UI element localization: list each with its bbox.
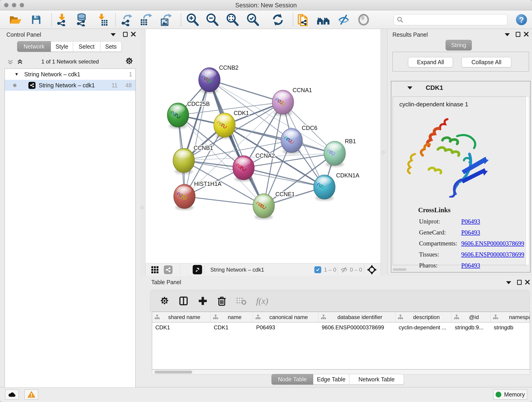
table-cell[interactable]: 9606.ENSP00000378699 xyxy=(318,322,395,333)
tree-expand-icon[interactable]: ▼ xyxy=(14,72,19,77)
column-header-database-identifier[interactable]: database identifier xyxy=(318,312,395,322)
tab-string[interactable]: String xyxy=(446,40,472,51)
grid-view-icon[interactable] xyxy=(151,266,159,274)
selected-checkbox-icon[interactable] xyxy=(314,266,321,273)
node-cdkn1a[interactable]: CDKN1A xyxy=(314,172,360,201)
zoom-in-icon[interactable] xyxy=(186,13,199,26)
search-input[interactable] xyxy=(394,14,507,25)
results-vertical-scrollbar[interactable] xyxy=(526,96,529,265)
node-hist1h1a[interactable]: HIST1H1A xyxy=(174,181,222,210)
help-icon[interactable]: ? xyxy=(515,14,527,26)
control-panel-collapse-icon[interactable] xyxy=(111,33,116,36)
table-cell[interactable]: cyclin-dependent ... xyxy=(395,322,452,333)
results-panel-collapse-icon[interactable] xyxy=(505,33,510,36)
tab-sets[interactable]: Sets xyxy=(100,41,122,52)
control-panel-float-icon[interactable] xyxy=(123,32,128,37)
open-file-icon[interactable] xyxy=(9,14,22,25)
column-header-name[interactable]: name xyxy=(210,312,253,322)
import-table-icon[interactable] xyxy=(96,13,109,26)
zoom-fit-icon[interactable] xyxy=(226,13,239,26)
edge-ccnb2-hist1h1a[interactable] xyxy=(184,80,209,196)
left-splitter-handle[interactable] xyxy=(140,206,144,209)
birds-eye-view-icon[interactable] xyxy=(193,265,202,274)
function-builder-icon[interactable]: f(x) xyxy=(256,296,268,306)
hide-panel-eye-slash-icon[interactable] xyxy=(337,13,350,26)
zoom-out-icon[interactable] xyxy=(206,13,219,26)
edge-hist1h1a-ccne1[interactable] xyxy=(184,196,264,206)
collapse-all-button[interactable]: Collapse All xyxy=(462,57,511,67)
hidden-count: 0 – 0 xyxy=(350,267,362,273)
column-header-namespace[interactable]: namespace xyxy=(491,312,530,322)
node-rb1[interactable]: RB1 xyxy=(324,138,356,167)
table-cell[interactable]: stringdb xyxy=(491,322,530,333)
show-panel-eye-icon[interactable] xyxy=(358,13,369,26)
node-cdk1[interactable]: CDK1 xyxy=(214,110,249,139)
import-network-database-icon[interactable] xyxy=(75,13,88,26)
node-cdc25b[interactable]: CDC25B xyxy=(167,101,210,129)
node-ccne1[interactable]: CCNE1 xyxy=(253,191,295,220)
table-cell[interactable]: P06493 xyxy=(253,322,318,333)
column-header-description[interactable]: description xyxy=(395,312,452,322)
share-document-icon[interactable] xyxy=(297,13,309,26)
column-header--id[interactable]: @id xyxy=(452,312,491,322)
expand-all-button[interactable]: Expand All xyxy=(408,57,453,67)
edge-ccnb2-ccna1[interactable] xyxy=(209,80,283,102)
tab-select[interactable]: Select xyxy=(73,41,100,52)
table-cell[interactable]: stringdb:9... xyxy=(452,322,491,333)
crosslink-link[interactable]: P06493 xyxy=(461,229,480,236)
memory-button[interactable]: Memory xyxy=(493,389,527,400)
refresh-icon[interactable] xyxy=(272,13,284,26)
results-panel-close-icon[interactable] xyxy=(524,32,529,38)
column-header-canonical-name[interactable]: canonical name xyxy=(253,312,318,322)
tab-network-table[interactable]: Network Table xyxy=(349,374,404,385)
right-splitter-handle[interactable] xyxy=(382,151,385,154)
column-header-shared-name[interactable]: shared name xyxy=(152,312,210,322)
cloud-button[interactable] xyxy=(5,389,19,400)
table-horizontal-scrollbar[interactable] xyxy=(152,370,530,375)
tab-node-table[interactable]: Node Table xyxy=(272,374,313,385)
create-column-plus-icon[interactable] xyxy=(198,296,208,306)
crosslink-link[interactable]: P06493 xyxy=(461,262,480,269)
scrollbar-thumb[interactable] xyxy=(154,370,192,374)
save-session-icon[interactable] xyxy=(31,14,41,25)
edge-ccna2-cdkn1a[interactable] xyxy=(244,168,324,187)
node-ccnb2[interactable]: CCNB2 xyxy=(199,64,239,94)
tab-edge-table[interactable]: Edge Table xyxy=(313,374,349,385)
table-panel-collapse-icon[interactable] xyxy=(506,281,511,284)
table-settings-gear-icon[interactable] xyxy=(160,296,169,306)
network-canvas[interactable]: CCNB2CCNA1CDC25BCDK1CDC6RB1CCNB1CCNA2CDK… xyxy=(145,29,381,263)
table-panel-close-icon[interactable] xyxy=(525,279,530,286)
zoom-selected-icon[interactable] xyxy=(246,13,259,26)
tab-network[interactable]: Network xyxy=(17,41,51,52)
warnings-button[interactable] xyxy=(25,389,38,400)
results-horizontal-scrollbar[interactable] xyxy=(393,268,406,271)
gene-collapse-icon[interactable] xyxy=(407,86,412,89)
crosslink-link[interactable]: P06493 xyxy=(461,218,480,225)
network-options-gear-icon[interactable] xyxy=(125,57,133,66)
node-cdc6[interactable]: CDC6 xyxy=(281,125,317,154)
export-image-icon[interactable] xyxy=(159,13,172,26)
control-panel-close-icon[interactable] xyxy=(131,32,136,38)
tab-style[interactable]: Style xyxy=(51,41,73,52)
table-cell[interactable]: CDK1 xyxy=(152,322,210,333)
network-row-selected[interactable]: String Network – cdk1 11 48 xyxy=(5,80,135,91)
import-network-file-icon[interactable] xyxy=(56,13,68,26)
fit-content-crosshair-icon[interactable] xyxy=(367,265,377,276)
export-table-icon[interactable] xyxy=(139,13,152,26)
network-collection-row[interactable]: ▼ String Network – cdk1 1 xyxy=(5,69,135,80)
crosslink-link[interactable]: 9606.ENSP00000378699 xyxy=(461,240,524,247)
table-row[interactable]: CDK1CDK1P064939606.ENSP00000378699cyclin… xyxy=(152,322,530,333)
results-panel-float-icon[interactable] xyxy=(516,32,520,37)
show-columns-icon[interactable] xyxy=(179,296,188,306)
delete-column-trash-icon[interactable] xyxy=(217,296,226,306)
home-icon[interactable] xyxy=(317,14,330,26)
network-share-view-icon[interactable] xyxy=(164,265,172,274)
table-cell[interactable]: CDK1 xyxy=(210,322,253,333)
export-network-icon[interactable] xyxy=(120,13,133,26)
node-ccna2[interactable]: CCNA2 xyxy=(233,153,275,182)
delete-table-icon[interactable] xyxy=(236,296,247,306)
table-panel-float-icon[interactable] xyxy=(517,280,522,285)
crosslink-link[interactable]: 9606.ENSP00000378699 xyxy=(461,251,524,258)
edge-cdk1-rb1[interactable] xyxy=(225,125,335,153)
network-graph[interactable]: CCNB2CCNA1CDC25BCDK1CDC6RB1CCNB1CCNA2CDK… xyxy=(146,29,380,263)
